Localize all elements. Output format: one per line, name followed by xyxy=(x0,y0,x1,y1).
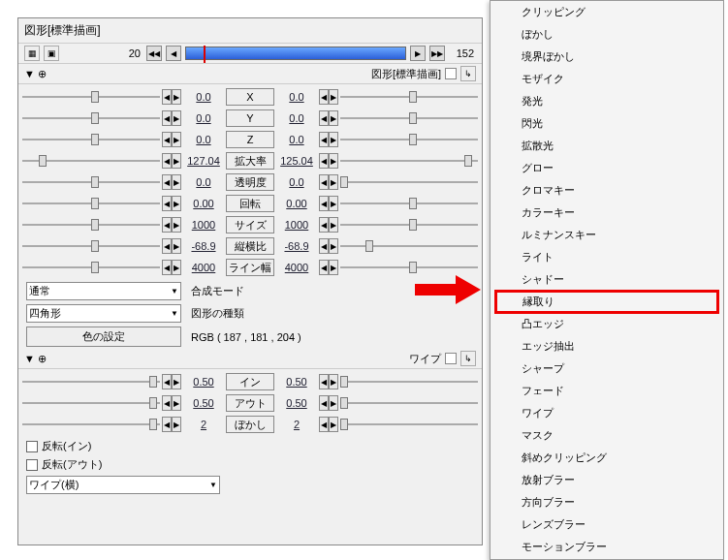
anchor-icon[interactable]: ⊕ xyxy=(38,353,47,365)
menu-item[interactable]: 方向ブラー xyxy=(491,491,723,513)
stepper[interactable]: ◀▶ xyxy=(319,132,338,147)
param-value-right[interactable]: 0.50 xyxy=(276,376,317,388)
slider[interactable] xyxy=(22,152,160,170)
section-enable-checkbox[interactable] xyxy=(445,68,457,79)
menu-item[interactable]: 閃光 xyxy=(491,112,723,135)
step-right-icon[interactable]: ▶ xyxy=(329,374,338,389)
step-left-icon[interactable]: ◀ xyxy=(319,89,329,105)
menu-item[interactable]: シャドー xyxy=(491,268,723,291)
menu-item[interactable]: 凸エッジ xyxy=(491,313,723,335)
anchor-icon[interactable]: ⊕ xyxy=(38,68,47,80)
step-right-icon[interactable]: ▶ xyxy=(329,153,338,169)
stepper[interactable]: ◀▶ xyxy=(162,260,181,275)
stepper[interactable]: ◀▶ xyxy=(162,196,181,211)
menu-item[interactable]: モザイク xyxy=(491,68,723,90)
step-right-icon[interactable]: ▶ xyxy=(329,110,338,126)
step-left-icon[interactable]: ◀ xyxy=(319,374,329,389)
step-right-icon[interactable]: ▶ xyxy=(172,132,181,147)
step-right-icon[interactable]: ▶ xyxy=(172,238,181,254)
menu-item[interactable]: 発光 xyxy=(491,90,723,112)
step-left-icon[interactable]: ◀ xyxy=(319,417,329,432)
param-name-button[interactable]: X xyxy=(226,88,274,106)
menu-item[interactable]: ルミナンスキー xyxy=(491,224,723,246)
seek-prev-icon[interactable]: ◀ xyxy=(166,46,181,61)
frame-end[interactable]: 152 xyxy=(449,47,476,59)
color-settings-button[interactable]: 色の設定 xyxy=(26,327,181,347)
slider[interactable] xyxy=(340,131,478,148)
step-left-icon[interactable]: ◀ xyxy=(319,238,329,254)
step-left-icon[interactable]: ◀ xyxy=(319,110,329,126)
param-name-button[interactable]: 拡大率 xyxy=(226,152,274,170)
slider[interactable] xyxy=(22,394,160,412)
stepper[interactable]: ◀▶ xyxy=(162,417,181,432)
slider[interactable] xyxy=(340,88,478,106)
menu-item[interactable]: モーションブラー xyxy=(491,536,723,558)
stepper[interactable]: ◀▶ xyxy=(162,89,181,105)
menu-item[interactable]: カラーキー xyxy=(491,202,723,224)
menu-item[interactable]: 放射ブラー xyxy=(491,469,723,491)
param-name-button[interactable]: ライン幅 xyxy=(226,259,274,276)
slider[interactable] xyxy=(340,216,478,233)
timeline-seekbar[interactable] xyxy=(185,47,406,60)
param-value-left[interactable]: 0.0 xyxy=(183,134,224,145)
stepper[interactable]: ◀▶ xyxy=(162,174,181,190)
menu-item[interactable]: フェード xyxy=(491,380,723,402)
param-value-right[interactable]: -68.9 xyxy=(276,240,317,252)
step-left-icon[interactable]: ◀ xyxy=(162,89,172,105)
stepper[interactable]: ◀▶ xyxy=(162,395,181,411)
param-value-left[interactable]: 0.00 xyxy=(183,198,224,209)
slider[interactable] xyxy=(22,216,160,233)
step-right-icon[interactable]: ▶ xyxy=(172,395,181,411)
reverse-out-checkbox[interactable] xyxy=(26,459,38,471)
step-left-icon[interactable]: ◀ xyxy=(319,395,329,411)
stepper[interactable]: ◀▶ xyxy=(319,110,338,126)
param-value-right[interactable]: 2 xyxy=(276,419,317,430)
stepper[interactable]: ◀▶ xyxy=(162,238,181,254)
step-right-icon[interactable]: ▶ xyxy=(329,260,338,275)
step-right-icon[interactable]: ▶ xyxy=(172,153,181,169)
step-left-icon[interactable]: ◀ xyxy=(162,132,172,147)
slider[interactable] xyxy=(340,195,478,212)
param-value-left[interactable]: 0.50 xyxy=(183,397,224,409)
stepper[interactable]: ◀▶ xyxy=(162,153,181,169)
slider[interactable] xyxy=(22,259,160,276)
step-right-icon[interactable]: ▶ xyxy=(172,217,181,233)
slider[interactable] xyxy=(340,152,478,170)
menu-item[interactable]: エッジ抽出 xyxy=(491,335,723,358)
step-right-icon[interactable]: ▶ xyxy=(329,196,338,211)
layer-icon[interactable]: ▦ xyxy=(24,46,40,61)
step-right-icon[interactable]: ▶ xyxy=(172,374,181,389)
step-left-icon[interactable]: ◀ xyxy=(162,417,172,432)
param-name-button[interactable]: ぼかし xyxy=(226,416,274,433)
slider[interactable] xyxy=(22,173,160,191)
stepper[interactable]: ◀▶ xyxy=(319,89,338,105)
param-name-button[interactable]: Z xyxy=(226,131,274,148)
param-name-button[interactable]: Y xyxy=(226,109,274,127)
param-name-button[interactable]: 縦横比 xyxy=(226,237,274,255)
param-value-left[interactable]: 0.0 xyxy=(183,91,224,103)
slider[interactable] xyxy=(340,373,478,390)
stepper[interactable]: ◀▶ xyxy=(319,196,338,211)
frame-start[interactable]: 20 xyxy=(115,47,142,59)
menu-item[interactable]: ライト xyxy=(491,246,723,268)
wipe-type-select[interactable]: ワイプ(横)▼ xyxy=(26,476,220,494)
shape-type-select[interactable]: 四角形▼ xyxy=(26,304,181,323)
stepper[interactable]: ◀▶ xyxy=(319,395,338,411)
param-value-right[interactable]: 0.00 xyxy=(276,198,317,209)
slider[interactable] xyxy=(22,88,160,106)
reverse-in-checkbox[interactable] xyxy=(26,441,38,452)
step-left-icon[interactable]: ◀ xyxy=(319,153,329,169)
slider[interactable] xyxy=(22,237,160,255)
param-value-left[interactable]: 2 xyxy=(183,419,224,430)
step-right-icon[interactable]: ▶ xyxy=(172,417,181,432)
menu-item[interactable]: グロー xyxy=(491,157,723,179)
menu-item[interactable]: ワイプ xyxy=(491,402,723,424)
stepper[interactable]: ◀▶ xyxy=(319,174,338,190)
step-right-icon[interactable]: ▶ xyxy=(172,89,181,105)
step-right-icon[interactable]: ▶ xyxy=(329,238,338,254)
param-value-right[interactable]: 0.0 xyxy=(276,112,317,124)
param-value-left[interactable]: 0.0 xyxy=(183,112,224,124)
collapse-icon[interactable]: ▼ xyxy=(24,68,34,79)
seek-prev-fast-icon[interactable]: ◀◀ xyxy=(146,46,162,61)
step-right-icon[interactable]: ▶ xyxy=(329,217,338,233)
